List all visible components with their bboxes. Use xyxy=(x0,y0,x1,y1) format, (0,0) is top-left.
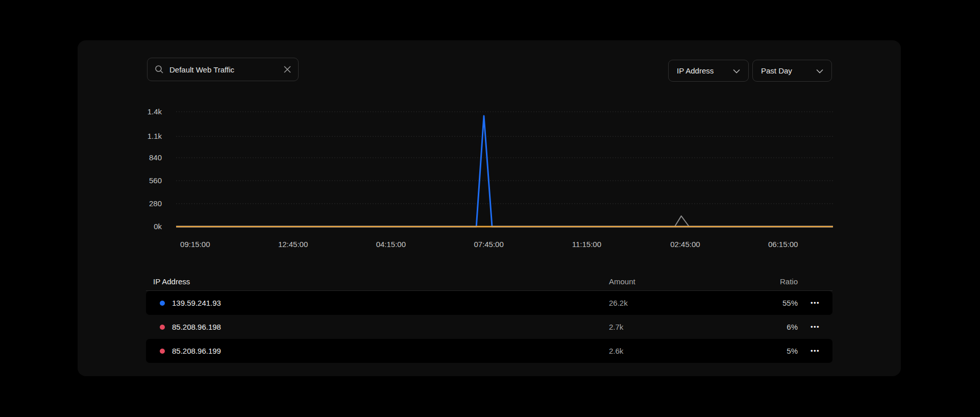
amount-value: 2.7k xyxy=(609,323,747,331)
ratio-value: 6% xyxy=(747,323,798,331)
x-tick-label: 07:45:00 xyxy=(458,239,520,250)
ip-table: IP Address Amount Ratio 139.59.241.93 26… xyxy=(146,273,832,363)
table-header-row: IP Address Amount Ratio xyxy=(146,273,832,291)
chevron-down-icon xyxy=(733,66,740,75)
search-input[interactable] xyxy=(169,65,278,74)
row-menu-button[interactable]: ••• xyxy=(808,345,822,357)
column-header-amount: Amount xyxy=(609,277,747,286)
group-by-dropdown[interactable]: IP Address xyxy=(668,60,749,82)
row-menu-button[interactable]: ••• xyxy=(808,321,822,333)
ratio-value: 55% xyxy=(747,299,798,307)
time-range-dropdown[interactable]: Past Day xyxy=(752,60,832,82)
ip-address: 85.208.96.198 xyxy=(172,323,221,331)
x-tick-label: 04:15:00 xyxy=(360,239,422,250)
time-range-dropdown-label: Past Day xyxy=(761,66,792,75)
y-tick-label: 560 xyxy=(126,176,162,186)
column-header-ip: IP Address xyxy=(146,277,609,286)
table-row[interactable]: 85.208.96.199 2.6k 5% ••• xyxy=(146,339,832,363)
series-color-dot xyxy=(160,301,165,306)
amount-value: 26.2k xyxy=(609,299,747,307)
table-row[interactable]: 139.59.241.93 26.2k 55% ••• xyxy=(146,291,832,315)
ratio-value: 5% xyxy=(747,347,798,355)
group-by-dropdown-label: IP Address xyxy=(677,66,714,75)
traffic-line-chart xyxy=(176,107,833,229)
search-icon xyxy=(155,65,164,74)
series-color-dot xyxy=(160,349,165,354)
column-header-ratio: Ratio xyxy=(747,277,798,286)
y-tick-label: 840 xyxy=(126,153,162,163)
y-tick-label: 0k xyxy=(126,222,162,232)
search-box[interactable] xyxy=(147,58,299,81)
chevron-down-icon xyxy=(816,66,823,75)
row-menu-button[interactable]: ••• xyxy=(808,297,822,309)
clear-search-button[interactable] xyxy=(284,66,291,73)
series-color-dot xyxy=(160,325,165,330)
y-tick-label: 280 xyxy=(126,199,162,209)
amount-value: 2.6k xyxy=(609,347,747,355)
x-tick-label: 06:15:00 xyxy=(752,239,814,250)
table-row[interactable]: 85.208.96.198 2.7k 6% ••• xyxy=(146,315,832,339)
ip-address: 139.59.241.93 xyxy=(172,299,221,307)
ip-address: 85.208.96.199 xyxy=(172,347,221,355)
x-tick-label: 09:15:00 xyxy=(164,239,226,250)
x-tick-label: 11:15:00 xyxy=(556,239,617,250)
x-tick-label: 12:45:00 xyxy=(262,239,324,250)
dashboard-panel: IP Address Past Day 1.4k1.1k8405602800k … xyxy=(78,40,901,376)
x-tick-label: 02:45:00 xyxy=(654,239,716,250)
y-tick-label: 1.4k xyxy=(126,107,162,117)
y-tick-label: 1.1k xyxy=(126,131,162,141)
